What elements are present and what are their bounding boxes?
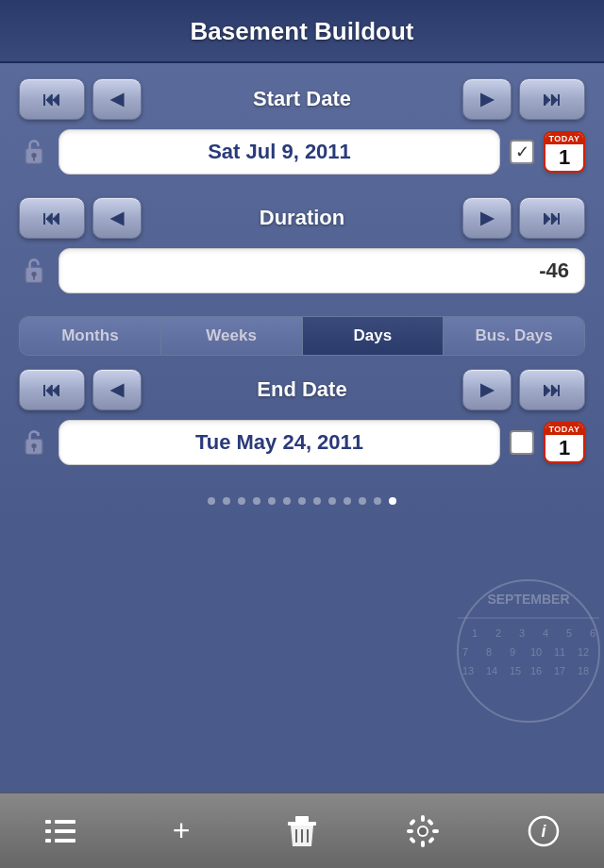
duration-input-row: -46	[19, 248, 585, 293]
svg-text:5: 5	[566, 627, 572, 639]
start-date-checkbox[interactable]: ✓	[510, 140, 534, 164]
pagination-dot-8	[328, 497, 336, 505]
end-date-today-label: TODAY	[545, 424, 583, 435]
end-date-label: End Date	[149, 377, 455, 402]
pagination-dot-4	[268, 497, 276, 505]
duration-back-button[interactable]: ◀	[92, 197, 142, 239]
main-content: ⏮ ◀ Start Date ▶ ⏭ Sat Jul 9, 2011	[0, 63, 604, 529]
page-dots	[19, 497, 585, 505]
svg-rect-45	[407, 829, 413, 833]
svg-text:14: 14	[486, 665, 497, 676]
duration-value[interactable]: -46	[59, 248, 585, 293]
start-date-nav-row: ⏮ ◀ Start Date ▶ ⏭	[19, 78, 585, 120]
svg-text:16: 16	[530, 665, 542, 676]
duration-rewind-button[interactable]: ⏮	[19, 197, 85, 239]
segment-control: Months Weeks Days Bus. Days	[19, 316, 585, 356]
svg-rect-34	[45, 839, 51, 843]
svg-rect-36	[288, 822, 316, 826]
start-date-lock-icon	[19, 135, 49, 169]
svg-rect-48	[428, 836, 435, 843]
svg-text:15: 15	[510, 665, 521, 676]
svg-text:13: 13	[462, 665, 474, 676]
list-button[interactable]	[34, 805, 87, 858]
pagination-dot-11	[374, 497, 381, 505]
end-date-value[interactable]: Tue May 24, 2011	[59, 420, 500, 465]
end-date-today-button[interactable]: TODAY 1	[544, 422, 585, 463]
svg-text:7: 7	[462, 646, 468, 658]
add-button[interactable]: +	[155, 805, 208, 858]
svg-text:17: 17	[554, 665, 565, 676]
svg-text:4: 4	[543, 627, 548, 639]
start-date-fast-forward-button[interactable]: ⏭	[519, 78, 585, 120]
svg-text:9: 9	[510, 646, 515, 658]
svg-rect-33	[55, 829, 76, 833]
header: Basement Buildout	[0, 0, 604, 63]
svg-text:3: 3	[519, 627, 525, 639]
svg-text:1: 1	[472, 627, 478, 639]
svg-rect-30	[45, 820, 51, 824]
end-date-checkbox[interactable]	[510, 430, 534, 455]
add-icon: +	[173, 813, 191, 848]
segment-days[interactable]: Days	[303, 317, 445, 355]
settings-button[interactable]	[396, 805, 449, 858]
svg-rect-44	[421, 841, 425, 847]
duration-lock-icon	[19, 254, 49, 288]
segment-weeks[interactable]: Weeks	[161, 317, 303, 355]
end-date-lock-icon	[19, 426, 49, 459]
start-date-input-row: Sat Jul 9, 2011 ✓ TODAY 1	[19, 129, 585, 175]
svg-rect-35	[55, 839, 76, 843]
end-date-today-num: 1	[559, 437, 570, 459]
svg-text:18: 18	[578, 665, 589, 676]
end-date-input-row: Tue May 24, 2011 TODAY 1	[19, 420, 585, 465]
duration-forward-button[interactable]: ▶	[462, 197, 512, 239]
svg-text:10: 10	[530, 646, 542, 658]
pagination-dot-12	[389, 497, 396, 505]
svg-text:11: 11	[554, 646, 565, 658]
svg-text:2: 2	[495, 627, 501, 639]
svg-rect-49	[427, 818, 434, 826]
duration-section: ⏮ ◀ Duration ▶ ⏭ -46	[19, 197, 585, 307]
duration-fast-forward-button[interactable]: ⏭	[519, 197, 585, 239]
start-date-forward-button[interactable]: ▶	[462, 78, 512, 120]
trash-button[interactable]	[276, 805, 328, 858]
svg-point-42	[419, 827, 427, 835]
svg-rect-37	[295, 816, 309, 822]
svg-rect-32	[45, 829, 51, 833]
start-date-label: Start Date	[149, 87, 455, 111]
duration-label: Duration	[149, 206, 455, 230]
start-date-today-num: 1	[559, 146, 570, 169]
end-date-rewind-button[interactable]: ⏮	[19, 369, 85, 410]
pagination-dot-3	[253, 497, 260, 505]
svg-rect-43	[421, 815, 425, 822]
start-date-back-button[interactable]: ◀	[92, 78, 142, 120]
pagination-dot-6	[298, 497, 306, 505]
pagination-dot-9	[344, 497, 351, 505]
svg-text:12: 12	[578, 646, 589, 658]
pagination-dot-1	[223, 497, 230, 505]
start-date-section: ⏮ ◀ Start Date ▶ ⏭ Sat Jul 9, 2011	[19, 78, 585, 188]
svg-text:6: 6	[590, 627, 596, 639]
app-title: Basement Buildout	[191, 17, 414, 45]
svg-rect-46	[432, 829, 439, 833]
start-date-today-button[interactable]: TODAY 1	[544, 131, 585, 173]
svg-rect-50	[409, 836, 416, 843]
pagination-dot-5	[283, 497, 291, 505]
end-date-fast-forward-button[interactable]: ⏭	[519, 369, 585, 410]
end-date-forward-button[interactable]: ▶	[462, 369, 512, 410]
svg-text:8: 8	[486, 646, 492, 658]
svg-rect-31	[55, 820, 76, 824]
svg-text:SEPTEMBER: SEPTEMBER	[487, 592, 569, 607]
start-date-rewind-button[interactable]: ⏮	[19, 78, 85, 120]
duration-nav-row: ⏮ ◀ Duration ▶ ⏭	[19, 197, 585, 239]
info-button[interactable]: i	[517, 805, 570, 858]
svg-rect-47	[409, 818, 416, 826]
pagination-dot-10	[359, 497, 366, 505]
svg-text:i: i	[541, 822, 546, 841]
start-date-value[interactable]: Sat Jul 9, 2011	[59, 129, 500, 175]
pagination-dot-2	[238, 497, 245, 505]
end-date-back-button[interactable]: ◀	[92, 369, 142, 410]
segment-bus-days[interactable]: Bus. Days	[444, 317, 584, 355]
segment-months[interactable]: Months	[20, 317, 161, 355]
calendar-watermark: SEPTEMBER 1 2 3 4 5 6 7 8 9 10 11 12 13 …	[444, 576, 604, 726]
start-date-today-label: TODAY	[545, 133, 583, 144]
